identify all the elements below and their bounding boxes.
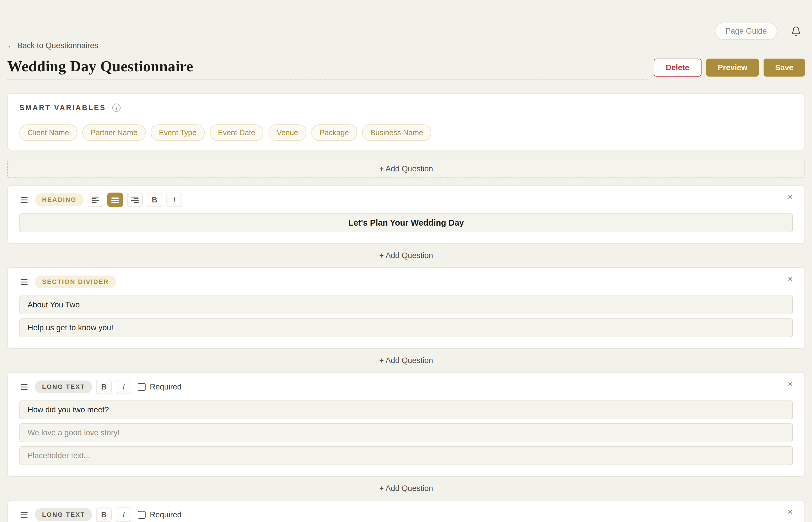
heading-text-input[interactable] xyxy=(19,214,793,232)
align-right-button[interactable] xyxy=(127,193,143,207)
title-row: Wedding Day Questionnaire Delete Preview… xyxy=(7,58,805,80)
bold-button[interactable]: B xyxy=(96,380,111,394)
required-checkbox[interactable] xyxy=(138,383,146,391)
top-bar: Page Guide xyxy=(7,23,805,39)
bold-button[interactable]: B xyxy=(96,507,111,522)
question-placeholder-input[interactable] xyxy=(19,446,793,465)
close-icon[interactable]: × xyxy=(788,275,793,283)
drag-handle-icon[interactable] xyxy=(19,196,29,204)
long-text-toolbar: LONG TEXT B I Required xyxy=(19,379,793,395)
section-divider-type-badge: SECTION DIVIDER xyxy=(35,276,116,288)
drag-handle-icon[interactable] xyxy=(19,278,29,286)
chip-package[interactable]: Package xyxy=(311,124,357,141)
chip-client-name[interactable]: Client Name xyxy=(19,124,77,141)
notifications-bell-icon[interactable] xyxy=(791,25,801,37)
header-actions: Delete Preview Save xyxy=(654,59,805,77)
heading-block-card: × HEADING B xyxy=(7,185,805,244)
chip-partner-name[interactable]: Partner Name xyxy=(82,124,146,141)
align-left-icon xyxy=(92,197,99,203)
chip-event-type[interactable]: Event Type xyxy=(151,124,205,141)
italic-button[interactable]: I xyxy=(116,507,131,522)
smart-variables-title: SMART VARIABLES xyxy=(19,103,106,112)
long-text-block-card: × LONG TEXT B I Required xyxy=(7,372,805,477)
page-guide-button[interactable]: Page Guide xyxy=(715,23,777,40)
chip-venue[interactable]: Venue xyxy=(268,124,306,141)
questionnaire-builder-page: Page Guide ← Back to Questionnaires Wedd… xyxy=(0,23,812,522)
question-description-input[interactable] xyxy=(19,423,793,442)
align-center-button[interactable] xyxy=(107,193,123,207)
page-title: Wedding Day Questionnaire xyxy=(7,58,648,75)
bold-button[interactable]: B xyxy=(147,193,162,207)
smart-variables-card: SMART VARIABLES i Client Name Partner Na… xyxy=(7,93,805,150)
align-center-icon xyxy=(111,197,119,203)
close-icon[interactable]: × xyxy=(788,193,793,201)
section-divider-block-card: × SECTION DIVIDER xyxy=(7,267,805,349)
required-toggle-wrap: Required xyxy=(138,382,182,392)
italic-button[interactable]: I xyxy=(116,380,131,394)
smart-variable-chips: Client Name Partner Name Event Type Even… xyxy=(19,124,793,141)
chip-business-name[interactable]: Business Name xyxy=(362,124,431,141)
add-question-button[interactable]: + Add Question xyxy=(7,251,805,260)
italic-button[interactable]: I xyxy=(166,193,182,207)
back-to-questionnaires-link[interactable]: ← Back to Questionnaires xyxy=(7,41,98,50)
long-text-type-badge: LONG TEXT xyxy=(35,380,92,393)
heading-type-badge: HEADING xyxy=(35,194,83,206)
required-toggle-wrap: Required xyxy=(138,510,182,519)
section-title-input[interactable] xyxy=(19,296,793,314)
section-subtitle-input[interactable] xyxy=(19,318,793,337)
save-button[interactable]: Save xyxy=(764,59,805,77)
long-text-block-card: × LONG TEXT B I Required xyxy=(7,500,805,522)
info-icon[interactable]: i xyxy=(112,103,121,112)
delete-button[interactable]: Delete xyxy=(654,59,702,77)
align-right-icon xyxy=(131,197,139,203)
preview-button[interactable]: Preview xyxy=(706,59,759,77)
long-text-type-badge: LONG TEXT xyxy=(35,508,92,521)
required-checkbox[interactable] xyxy=(138,511,146,519)
required-label: Required xyxy=(150,510,182,519)
drag-handle-icon[interactable] xyxy=(19,382,29,392)
long-text-toolbar: LONG TEXT B I Required xyxy=(19,507,793,522)
drag-handle-icon[interactable] xyxy=(19,510,29,519)
add-question-button[interactable]: + Add Question xyxy=(7,160,805,178)
smart-variables-divider xyxy=(19,118,793,118)
back-row: ← Back to Questionnaires xyxy=(7,41,805,50)
close-icon[interactable]: × xyxy=(788,507,793,516)
close-icon[interactable]: × xyxy=(788,380,793,388)
add-question-button[interactable]: + Add Question xyxy=(7,356,805,365)
smart-variables-header: SMART VARIABLES i xyxy=(19,103,793,112)
section-divider-toolbar: SECTION DIVIDER xyxy=(19,274,793,290)
heading-toolbar: HEADING B I xyxy=(19,192,793,208)
question-text-input[interactable] xyxy=(19,401,793,419)
title-underline: Wedding Day Questionnaire xyxy=(7,58,648,80)
align-left-button[interactable] xyxy=(87,193,103,207)
add-question-button[interactable]: + Add Question xyxy=(7,484,805,493)
chip-event-date[interactable]: Event Date xyxy=(210,124,264,141)
required-label: Required xyxy=(150,382,182,392)
